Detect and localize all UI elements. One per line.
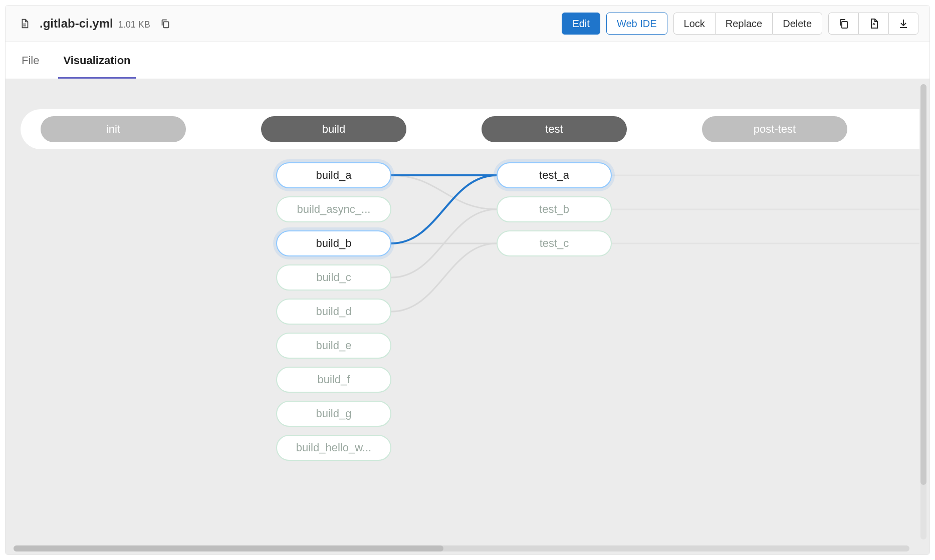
file-name: .gitlab-ci.yml [40,17,113,31]
stage-pill-build[interactable]: build [261,116,406,142]
open-raw-button[interactable] [858,13,888,35]
job-pill[interactable]: test_a [497,162,612,188]
jobs-area: build_a build_async_... build_b build_c … [21,162,919,461]
download-button[interactable] [888,13,918,35]
file-icon-action-group [828,13,918,35]
stage-pill-init[interactable]: init [41,116,186,142]
delete-button[interactable]: Delete [772,13,822,35]
edit-button[interactable]: Edit [562,13,600,35]
replace-button[interactable]: Replace [715,13,772,35]
stage-pill-post-test[interactable]: post-test [702,116,847,142]
stage-header-row: init build test post-test [21,109,919,149]
stage-pill-test[interactable]: test [482,116,627,142]
stage-col-build: build_a build_async_... build_b build_c … [261,162,406,461]
stage-col-post-test [702,162,847,461]
svg-rect-1 [842,22,847,28]
file-header-left: .gitlab-ci.yml 1.01 KB [17,16,173,32]
file-panel: .gitlab-ci.yml 1.01 KB Edit Web IDE Lock… [5,5,930,555]
lock-button[interactable]: Lock [673,13,715,35]
tab-file[interactable]: File [17,43,44,79]
job-pill[interactable]: build_hello_w... [276,435,391,461]
pipeline-visualization: init build test post-test build_a build_… [6,79,929,554]
job-pill[interactable]: build_a [276,162,391,188]
copy-file-path-button[interactable] [157,16,173,32]
web-ide-button[interactable]: Web IDE [606,13,667,35]
file-tabs: File Visualization [6,42,929,79]
file-size: 1.01 KB [118,20,150,30]
job-pill[interactable]: test_c [497,230,612,256]
tab-visualization[interactable]: Visualization [58,43,135,79]
pipeline-scroll[interactable]: init build test post-test build_a build_… [6,79,919,546]
document-icon [17,16,33,32]
file-title: .gitlab-ci.yml 1.01 KB [40,17,150,31]
file-action-group: Lock Replace Delete [673,13,822,35]
job-pill[interactable]: build_f [276,367,391,393]
svg-rect-0 [163,22,168,28]
scrollbar-vertical[interactable] [920,84,926,539]
file-header-right: Edit Web IDE Lock Replace Delete [562,13,918,35]
job-pill[interactable]: build_e [276,333,391,359]
job-pill[interactable]: build_b [276,230,391,256]
scrollbar-horizontal[interactable] [14,545,909,551]
copy-contents-button[interactable] [828,13,858,35]
stage-col-init [41,162,186,461]
job-pill[interactable]: test_b [497,196,612,222]
job-pill[interactable]: build_c [276,264,391,291]
file-header: .gitlab-ci.yml 1.01 KB Edit Web IDE Lock… [6,6,929,42]
stage-col-test: test_a test_b test_c [482,162,627,461]
job-pill[interactable]: build_d [276,299,391,325]
job-pill[interactable]: build_g [276,401,391,427]
pipeline-content: init build test post-test build_a build_… [6,79,919,491]
job-pill[interactable]: build_async_... [276,196,391,222]
